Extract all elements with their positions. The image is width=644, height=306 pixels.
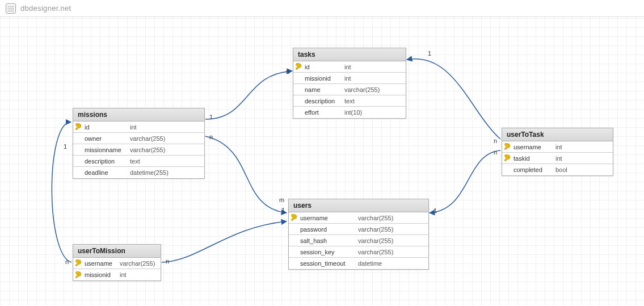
column-type: varchar(255) <box>342 86 399 93</box>
cardinality-label: n <box>165 258 170 265</box>
column-name: completed <box>512 166 553 173</box>
table-row[interactable]: missionidint <box>73 269 161 280</box>
column-type: int <box>553 155 599 162</box>
column-name: missionname <box>83 146 128 153</box>
entity-title[interactable]: users <box>289 199 428 212</box>
column-name: name <box>304 86 342 93</box>
column-name: username <box>83 260 117 267</box>
entity-title[interactable]: userToMission <box>73 245 161 258</box>
cardinality-label: n <box>493 149 498 156</box>
key-icon <box>75 259 82 267</box>
table-row[interactable]: usernamevarchar(255) <box>73 258 161 269</box>
primary-key-icon <box>289 214 299 221</box>
primary-key-icon <box>73 123 83 131</box>
column-type: int <box>117 271 157 278</box>
table-row[interactable]: usernameint <box>502 141 613 153</box>
primary-key-icon <box>73 259 83 267</box>
column-type: bool <box>553 166 599 173</box>
column-type: int <box>342 75 399 82</box>
entity-missions[interactable]: missions idintownervarchar(255)missionna… <box>73 108 205 179</box>
column-type: datetime(255) <box>128 169 196 176</box>
entity-body: idintmissionidintnamevarchar(255)descrip… <box>293 61 406 118</box>
table-row[interactable]: descriptiontext <box>293 95 406 107</box>
table-row[interactable]: missionnamevarchar(255) <box>73 144 204 156</box>
key-icon <box>75 271 82 279</box>
table-row[interactable]: taskidint <box>502 153 613 164</box>
column-name: deadline <box>83 169 128 176</box>
key-icon <box>295 63 302 70</box>
column-name: password <box>299 226 356 233</box>
primary-key-icon <box>502 143 512 150</box>
db-logo-icon <box>6 3 16 14</box>
primary-key-icon <box>502 154 512 162</box>
table-row[interactable]: deadlinedatetime(255) <box>73 167 204 178</box>
entity-body: usernamevarchar(255)passwordvarchar(255)… <box>289 212 428 269</box>
column-name: salt_hash <box>299 237 356 244</box>
column-name: taskid <box>512 155 553 162</box>
column-name: id <box>304 64 342 70</box>
brand-label: dbdesigner.net <box>20 4 71 12</box>
column-name: description <box>83 158 128 165</box>
key-icon <box>504 143 511 150</box>
table-row[interactable]: completedbool <box>502 164 613 175</box>
column-name: description <box>304 98 342 104</box>
entity-users[interactable]: users usernamevarchar(255)passwordvarcha… <box>288 199 429 270</box>
key-icon <box>504 154 511 162</box>
table-row[interactable]: ownervarchar(255) <box>73 133 204 144</box>
column-type: varchar(255) <box>356 215 418 221</box>
table-row[interactable]: descriptiontext <box>73 156 204 167</box>
column-type: varchar(255) <box>128 135 196 142</box>
column-type: varchar(255) <box>356 226 418 233</box>
column-type: text <box>128 158 196 165</box>
column-type: int <box>342 64 399 70</box>
primary-key-icon <box>293 63 304 70</box>
cardinality-label: 1 <box>427 50 432 57</box>
table-row[interactable]: salt_hashvarchar(255) <box>289 235 428 246</box>
column-type: varchar(255) <box>356 249 418 255</box>
entity-body: usernameinttaskidintcompletedbool <box>502 141 613 175</box>
table-row[interactable]: effortint(10) <box>293 107 406 118</box>
column-type: varchar(255) <box>117 260 157 267</box>
table-row[interactable]: usernamevarchar(255) <box>289 212 428 224</box>
table-row[interactable]: namevarchar(255) <box>293 84 406 95</box>
table-row[interactable]: missionidint <box>293 73 406 84</box>
key-icon <box>291 214 298 221</box>
entity-title[interactable]: userToTask <box>502 128 613 141</box>
column-type: int <box>128 124 196 131</box>
table-row[interactable]: session_keyvarchar(255) <box>289 246 428 258</box>
column-name: effort <box>304 109 342 116</box>
cardinality-label: m <box>278 196 285 203</box>
column-name: username <box>299 215 356 221</box>
table-row[interactable]: idint <box>73 121 204 133</box>
table-row[interactable]: session_timeoutdatetime <box>289 258 428 269</box>
column-name: session_timeout <box>299 260 356 267</box>
entity-tasks[interactable]: tasks idintmissionidintnamevarchar(255)d… <box>293 48 406 119</box>
column-name: owner <box>83 135 128 142</box>
primary-key-icon <box>73 271 83 279</box>
entity-usertomission[interactable]: userToMission usernamevarchar(255)missio… <box>73 244 161 281</box>
entity-body: idintownervarchar(255)missionnamevarchar… <box>73 121 204 178</box>
cardinality-label: n <box>64 258 70 265</box>
entity-body: usernamevarchar(255)missionidint <box>73 258 161 280</box>
entity-title[interactable]: tasks <box>293 48 406 61</box>
entity-title[interactable]: missions <box>73 108 204 121</box>
column-name: id <box>83 124 128 131</box>
column-name: session_key <box>299 249 356 255</box>
column-type: int(10) <box>342 109 399 116</box>
column-type: varchar(255) <box>128 146 196 153</box>
cardinality-label: n <box>208 133 214 140</box>
column-name: missionid <box>83 271 117 278</box>
cardinality-label: n <box>493 137 498 144</box>
entity-usertotask[interactable]: userToTask usernameinttaskidintcompleted… <box>502 128 613 176</box>
cardinality-label: 1 <box>208 114 214 120</box>
column-type: varchar(255) <box>356 237 418 244</box>
column-type: datetime <box>356 260 418 267</box>
diagram-canvas[interactable]: 1 n 1 n n m 1 n 1 n 1 n missions idintow… <box>0 17 644 306</box>
cardinality-label: 1 <box>432 207 438 214</box>
key-icon <box>75 123 82 131</box>
table-row[interactable]: idint <box>293 61 406 73</box>
column-name: username <box>512 144 553 150</box>
table-row[interactable]: passwordvarchar(255) <box>289 224 428 235</box>
cardinality-label: 1 <box>62 143 68 150</box>
column-name: missionid <box>304 75 342 82</box>
